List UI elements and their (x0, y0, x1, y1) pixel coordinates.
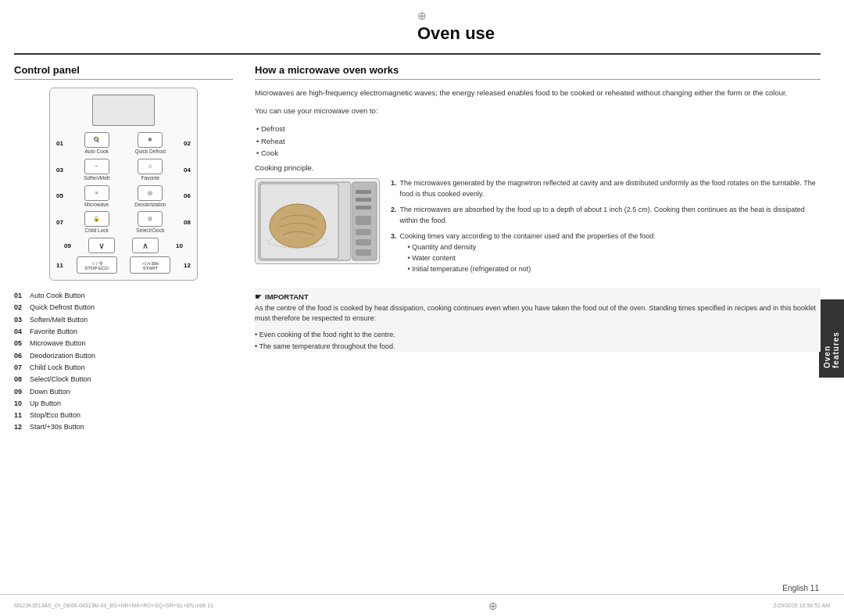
how-section-title: How a microwave oven works (255, 64, 821, 80)
svg-rect-6 (356, 198, 371, 202)
cp-stop-icon: ☆ / ⚲ (91, 260, 102, 266)
cp-favorite: ☆ Favorite (130, 159, 170, 181)
cp-quick-defrost-label: Quick Defrost (135, 149, 166, 155)
cp-stop-text: STOP ECO (84, 266, 109, 270)
cp-auto-cook-icon: 🍳 (84, 132, 109, 148)
cp-row-4: 07 🔒 Child Lock ⊙ Select/Clock 08 (56, 211, 191, 234)
step-2-num: 2. (391, 205, 397, 227)
final-bullet-2: The same temperature throughout the food… (255, 341, 821, 352)
svg-rect-7 (356, 206, 371, 210)
intro-text: Microwaves are high-frequency electromag… (255, 88, 821, 99)
reg-mark-bottom: ⊕ (488, 600, 498, 612)
svg-rect-5 (356, 190, 371, 194)
step-1-text: The microwaves generated by the magnetro… (400, 178, 821, 200)
sub-bullet-temp: Initial temperature (refrigerated or not… (408, 264, 656, 275)
bottom-bar: MS23K3513AS_OI_DE68-04313M-00_BG+HR+MK+R… (0, 594, 844, 616)
cp-display (92, 95, 155, 126)
cp-microwave-label: Microwave (84, 202, 109, 208)
cp-row-2: 03 ~ Soften/Melt ☆ Favorite 04 (56, 159, 191, 181)
important-text: As the centre of the food is cooked by h… (255, 303, 821, 325)
button-list-item: 12Start/+30s Button (14, 421, 233, 433)
cp-child-lock: 🔒 Child Lock (77, 211, 117, 234)
cp-start-icon: ◁ /+30s (142, 260, 159, 266)
cp-deodorization-icon: ◎ (138, 185, 163, 201)
button-list-item: 05Microwave Button (14, 338, 233, 349)
cp-select-clock: ⊙ Select/Clock (130, 211, 170, 234)
use-reheat: Reheat (256, 135, 821, 147)
cp-deodorization-label: Deodorization (134, 202, 166, 208)
step-1: 1. The microwaves generated by the magne… (391, 178, 821, 200)
sub-bullet-water: Water content (408, 253, 656, 264)
button-list: 01Auto Cook Button 02Quick Defrost Butto… (14, 290, 233, 434)
cp-child-lock-label: Child Lock (84, 227, 108, 234)
diagram-steps-area: 1. The microwaves generated by the magne… (255, 178, 821, 280)
left-column: Control panel 01 🍳 Auto Cook ❄ Quick Def… (14, 64, 233, 594)
cp-num-12: 12 (184, 262, 191, 269)
use-cook: Cook (256, 147, 821, 159)
cp-microwave-icon: ≈ (84, 185, 109, 201)
cp-num-11: 11 (56, 262, 63, 269)
button-list-item: 01Auto Cook Button (14, 290, 233, 302)
svg-point-2 (270, 204, 326, 248)
columns: Control panel 01 🍳 Auto Cook ❄ Quick Def… (14, 64, 821, 594)
button-list-item: 11Stop/Eco Button (14, 410, 233, 421)
cp-start-btn: ◁ /+30s START (130, 256, 170, 274)
cp-num-03: 03 (56, 167, 63, 174)
cp-up-btn: ∧ (132, 238, 159, 253)
cp-auto-cook: 🍳 Auto Cook (77, 132, 117, 155)
cp-num-05: 05 (56, 192, 63, 199)
oven-features-tab: Oven features (819, 299, 844, 378)
cp-num-08: 08 (184, 219, 191, 226)
page-title: Oven use (417, 23, 821, 44)
cp-num-02: 02 (184, 140, 191, 147)
right-column: How a microwave oven works Microwaves ar… (255, 64, 821, 594)
cp-soften-melt-label: Soften/Melt (84, 175, 109, 181)
cp-select-clock-icon: ⊙ (138, 211, 163, 227)
button-list-item: 04Favorite Button (14, 326, 233, 338)
cp-child-lock-icon: 🔒 (84, 211, 109, 227)
cp-select-clock-label: Select/Clock (136, 227, 164, 234)
steps-list: 1. The microwaves generated by the magne… (391, 178, 821, 280)
svg-rect-8 (356, 216, 371, 225)
step-3-text: Cooking times vary according to the cont… (400, 232, 656, 240)
cp-row-stop-start: 11 ☆ / ⚲ STOP ECO ◁ /+30s START 12 (56, 256, 191, 274)
button-list-item: 08Select/Clock Button (14, 374, 233, 385)
bottom-bar-left: MS23K3513AS_OI_DE68-04313M-00_BG+HR+MK+R… (14, 603, 213, 608)
step-1-num: 1. (391, 178, 397, 200)
cp-favorite-label: Favorite (141, 175, 159, 181)
cp-num-07: 07 (56, 219, 63, 226)
cp-favorite-icon: ☆ (138, 159, 163, 174)
cp-num-01: 01 (56, 140, 63, 147)
cp-row-3: 05 ≈ Microwave ◎ Deodorization 06 (56, 185, 191, 208)
control-panel-title: Control panel (14, 64, 233, 80)
final-bullet-1: Even cooking of the food right to the ce… (255, 329, 821, 340)
cp-auto-cook-label: Auto Cook (84, 149, 108, 155)
cp-down-btn: ∨ (88, 238, 115, 253)
cp-stop-btn: ☆ / ⚲ STOP ECO (77, 256, 117, 274)
cp-quick-defrost-icon: ❄ (138, 132, 163, 148)
reg-mark-top: ⊕ (417, 9, 427, 22)
bottom-bar-right: 2/29/2016 10:58:51 AM (774, 603, 830, 608)
cp-start-text: START (143, 266, 158, 270)
cp-quick-defrost: ❄ Quick Defrost (130, 132, 170, 155)
cp-soften-melt-icon: ~ (84, 159, 109, 174)
microwave-diagram (255, 178, 380, 264)
step-3-num: 3. (391, 231, 397, 275)
cp-num-09: 09 (64, 242, 71, 249)
cp-num-10: 10 (176, 242, 183, 249)
microwave-svg (257, 181, 378, 263)
usage-label: You can use your microwave oven to: (255, 106, 821, 117)
cp-microwave: ≈ Microwave (77, 185, 117, 208)
cp-num-06: 06 (184, 192, 191, 199)
sub-bullet-qty: Quantity and density (408, 242, 656, 253)
button-list-item: 03Soften/Melt Button (14, 314, 233, 326)
use-defrost: Defrost (256, 123, 821, 134)
page-number: English 11 (782, 584, 819, 593)
cp-row-arrows: 09 ∨ ∧ 10 (56, 238, 191, 253)
step-2: 2. The microwaves are absorbed by the fo… (391, 205, 821, 227)
important-label: IMPORTANT (255, 292, 821, 301)
cp-deodorization: ◎ Deodorization (130, 185, 170, 208)
step-3-subbullets: Quantity and density Water content Initi… (400, 242, 656, 275)
button-list-item: 06Deodorization Button (14, 350, 233, 362)
cp-soften-melt: ~ Soften/Melt (77, 159, 117, 181)
